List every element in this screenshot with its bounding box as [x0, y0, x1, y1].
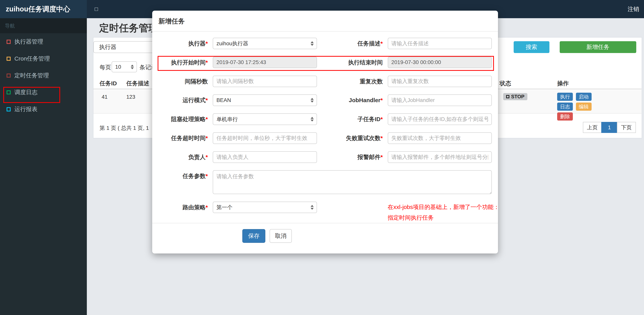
form-row: 执行开始时间* 执行结束时间 [158, 57, 492, 68]
field-label: 任务超时时间 [171, 135, 206, 141]
select-arrow-icon [131, 65, 134, 69]
form-row: 路由策略* 第一个 在xxl-jobs项目的基础上，新增了一个功能： 指定时间执… [158, 202, 492, 223]
cell-task-desc: 123 [126, 94, 135, 100]
logout-link[interactable]: 注销 [628, 0, 639, 18]
interval-seconds-input[interactable] [213, 76, 317, 87]
field-label: 间隔秒数 [185, 78, 208, 85]
sidebar-item-run-report[interactable]: 运行报表 [0, 101, 87, 118]
execute-button[interactable]: 执行 [557, 93, 573, 101]
task-params-textarea[interactable] [213, 170, 492, 194]
form-row: 任务参数* [158, 170, 492, 194]
form-row: 任务超时时间* 失败重试次数* [158, 132, 492, 144]
required-asterisk: * [380, 116, 383, 122]
sidebar-item-scheduled-task-mgmt[interactable]: 定时任务管理 [0, 67, 87, 84]
start-time-input[interactable] [213, 57, 317, 68]
run-mode-select[interactable]: BEAN [213, 94, 317, 106]
save-button[interactable]: 保存 [242, 229, 265, 243]
col-header-task-desc: 任务描述 [126, 80, 149, 88]
end-time-input[interactable] [388, 57, 492, 68]
perpage-label: 每页 [100, 64, 111, 71]
pagination-info: 第 1 页 ( 总共 1 页, 1 [100, 124, 149, 132]
modal-title: 新增任务 [158, 18, 185, 25]
search-button[interactable]: 搜索 [514, 41, 550, 53]
sidebar-item-label: 定时任务管理 [14, 72, 49, 80]
child-task-id-input[interactable] [388, 113, 492, 125]
field-label: 运行模式 [182, 97, 206, 103]
executor-select[interactable]: zuihou执行器 [213, 38, 317, 49]
log-button[interactable]: 日志 [557, 103, 573, 111]
field-label: 任务描述 [358, 40, 380, 47]
block-strategy-select[interactable]: 单机串行 [213, 113, 317, 125]
start-button[interactable]: 启动 [576, 93, 592, 101]
select-arrow-icon [310, 98, 314, 103]
required-asterisk: * [206, 40, 208, 47]
owner-input[interactable] [213, 151, 317, 163]
app-screen: zuihou任务调度中心 □ 注销 导航 执行器管理 Cron任务管理 定时任务… [0, 0, 644, 315]
sidebar-item-label: 运行报表 [14, 105, 37, 113]
fail-retry-count-input[interactable] [388, 132, 492, 144]
form-row: 阻塞处理策略* 单机串行 子任务ID* [158, 113, 492, 125]
select-arrow-icon [310, 117, 314, 122]
square-icon [6, 90, 11, 94]
row-actions: 执行 启动 日志 编辑 删除 [557, 92, 611, 121]
field-label: 子任务ID [358, 116, 380, 122]
next-page-button[interactable]: 下页 [617, 122, 636, 133]
feature-note-line1: 在xxl-jobs项目的基础上，新增了一个功能： [388, 202, 499, 212]
current-page-button[interactable]: 1 [601, 122, 617, 133]
sidebar-item-executor-mgmt[interactable]: 执行器管理 [0, 33, 87, 50]
repeat-count-input[interactable] [388, 76, 492, 87]
prev-page-button[interactable]: 上页 [583, 122, 602, 133]
field-label: 重复次数 [360, 78, 383, 85]
alarm-email-input[interactable] [388, 151, 492, 163]
jobhandler-input[interactable] [388, 94, 492, 106]
form-row: 执行器* zuihou执行器 任务描述* [158, 38, 492, 49]
sidebar-item-cron-task-mgmt[interactable]: Cron任务管理 [0, 50, 87, 67]
field-label: 失败重试次数 [346, 135, 380, 141]
modal-body: 执行器* zuihou执行器 任务描述* 执行开始时间* 执行结束时间 间隔秒数 [152, 32, 498, 223]
executor-filter-label: 执行器 [94, 43, 122, 51]
edit-button[interactable]: 编辑 [576, 103, 592, 111]
field-label: 阻塞处理策略 [171, 116, 206, 122]
add-task-button[interactable]: 新增任务 [560, 41, 636, 53]
sidebar-item-dispatch-log[interactable]: 调度日志 [0, 84, 87, 101]
modal-footer: 保存 取消 [152, 223, 498, 253]
pagination: 上页 1 下页 [583, 122, 636, 133]
field-label: 执行器 [188, 40, 206, 47]
select-arrow-icon [310, 205, 314, 210]
route-strategy-select[interactable]: 第一个 [213, 202, 317, 213]
required-asterisk: * [206, 135, 208, 141]
square-icon [6, 57, 11, 61]
field-label: 执行开始时间 [171, 59, 206, 66]
required-asterisk: * [206, 154, 208, 160]
square-icon [6, 107, 11, 111]
feature-note-line2: 指定时间执行任务 [388, 212, 499, 223]
square-icon [6, 40, 11, 44]
task-desc-input[interactable] [388, 38, 492, 49]
col-header-status: 状态 [500, 80, 511, 88]
sidebar-toggle-icon[interactable]: □ [91, 0, 101, 18]
required-asterisk: * [206, 116, 208, 122]
perpage-select[interactable]: 10 [112, 61, 137, 72]
required-asterisk: * [206, 204, 208, 210]
task-timeout-input[interactable] [213, 132, 317, 144]
delete-button[interactable]: 删除 [557, 112, 573, 121]
required-asterisk: * [380, 40, 383, 47]
required-asterisk: * [206, 59, 208, 66]
app-logo[interactable]: zuihou任务调度中心 [0, 0, 87, 18]
feature-note: 在xxl-jobs项目的基础上，新增了一个功能： 指定时间执行任务 [388, 202, 499, 223]
sidebar-item-label: 调度日志 [14, 88, 37, 96]
field-label: 报警邮件 [358, 154, 380, 160]
field-label: 路由策略 [182, 204, 206, 210]
add-task-modal: 新增任务 执行器* zuihou执行器 任务描述* 执行开始时间* 执行结束时间 [152, 11, 498, 253]
form-row: 负责人* 报警邮件* [158, 151, 492, 163]
required-asterisk: * [206, 97, 208, 103]
required-asterisk: * [380, 97, 383, 103]
field-label: 负责人 [188, 154, 206, 160]
form-row: 间隔秒数 重复次数 [158, 76, 492, 87]
stop-icon [506, 95, 510, 98]
sidebar: 导航 执行器管理 Cron任务管理 定时任务管理 调度日志 运行报表 [0, 18, 87, 315]
col-header-actions: 操作 [557, 80, 569, 88]
select-arrow-icon [310, 41, 314, 46]
required-asterisk: * [380, 135, 383, 141]
cancel-button[interactable]: 取消 [270, 229, 292, 243]
